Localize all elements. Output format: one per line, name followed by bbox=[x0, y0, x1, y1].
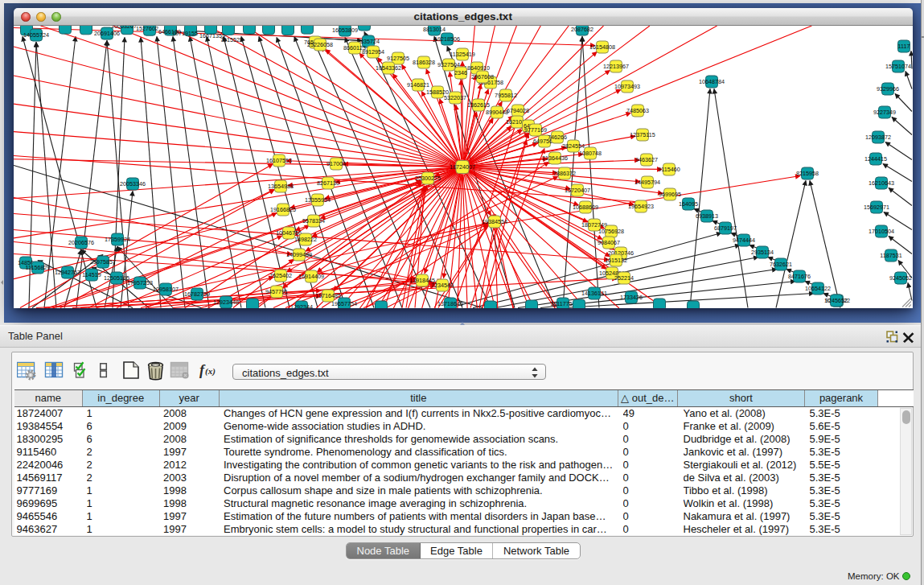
svg-text:1117: 1117 bbox=[898, 43, 910, 50]
svg-text:1080748: 1080748 bbox=[579, 150, 602, 157]
svg-text:9115460: 9115460 bbox=[658, 166, 680, 173]
svg-text:15716485: 15716485 bbox=[315, 292, 341, 299]
svg-text:1615132: 1615132 bbox=[605, 257, 627, 264]
svg-text:917004: 917004 bbox=[326, 160, 346, 167]
svg-text:14495794: 14495794 bbox=[634, 179, 660, 186]
svg-text:19166825: 19166825 bbox=[270, 206, 296, 213]
svg-text:12923448: 12923448 bbox=[213, 299, 239, 306]
svg-text:8186328: 8186328 bbox=[413, 59, 435, 66]
svg-text:8471676: 8471676 bbox=[788, 273, 811, 280]
svg-text:9127505: 9127505 bbox=[387, 55, 409, 62]
svg-text:19218506: 19218506 bbox=[434, 35, 460, 43]
svg-text:12213967: 12213967 bbox=[603, 63, 629, 70]
svg-text:10653267: 10653267 bbox=[111, 26, 137, 30]
svg-text:15692971: 15692971 bbox=[864, 204, 889, 211]
svg-text:1527602: 1527602 bbox=[136, 26, 158, 32]
svg-text:8267130: 8267130 bbox=[317, 179, 339, 187]
svg-text:7485063: 7485063 bbox=[626, 107, 649, 114]
svg-text:7886372: 7886372 bbox=[553, 170, 576, 177]
svg-text:12375115: 12375115 bbox=[630, 131, 655, 138]
svg-text:16914409: 16914409 bbox=[298, 273, 324, 280]
svg-text:2346: 2346 bbox=[454, 69, 467, 76]
svg-text:7625402: 7625402 bbox=[269, 272, 292, 279]
svg-text:8215958: 8215958 bbox=[796, 170, 819, 177]
svg-text:12942757: 12942757 bbox=[55, 269, 80, 276]
svg-text:17010504: 17010504 bbox=[869, 228, 894, 235]
svg-text:7515525: 7515525 bbox=[220, 35, 243, 43]
svg-text:25300275: 25300275 bbox=[415, 175, 441, 182]
svg-text:19657754: 19657754 bbox=[331, 300, 357, 307]
svg-text:21364436: 21364436 bbox=[542, 154, 568, 162]
svg-text:10973493: 10973493 bbox=[614, 83, 640, 90]
svg-text:164095: 164095 bbox=[679, 200, 698, 208]
svg-text:8813014: 8813014 bbox=[423, 26, 446, 33]
svg-text:114519: 114519 bbox=[82, 271, 101, 278]
svg-text:14055724: 14055724 bbox=[23, 31, 49, 39]
svg-text:16782759: 16782759 bbox=[184, 290, 210, 298]
svg-text:23975857: 23975857 bbox=[90, 258, 116, 266]
svg-text:16053809: 16053809 bbox=[332, 27, 358, 34]
svg-text:746266: 746266 bbox=[548, 134, 567, 141]
svg-text:1292344: 1292344 bbox=[290, 303, 313, 308]
svg-text:9699695: 9699695 bbox=[659, 191, 681, 198]
svg-text:17957253: 17957253 bbox=[127, 279, 153, 286]
svg-text:5322037: 5322037 bbox=[444, 94, 466, 101]
svg-text:19384554: 19384554 bbox=[482, 218, 507, 225]
svg-text:9777169: 9777169 bbox=[524, 126, 547, 134]
svg-text:9245652: 9245652 bbox=[825, 297, 848, 304]
svg-text:9457791: 9457791 bbox=[265, 288, 288, 295]
svg-text:15720407: 15720407 bbox=[565, 187, 590, 194]
svg-text:8912954: 8912954 bbox=[362, 48, 384, 56]
svg-text:2087682: 2087682 bbox=[571, 26, 593, 33]
svg-text:16154808: 16154808 bbox=[589, 43, 615, 51]
svg-text:17359924: 17359924 bbox=[105, 236, 130, 243]
svg-text:14099489: 14099489 bbox=[286, 251, 312, 258]
svg-text:12505195: 12505195 bbox=[104, 274, 129, 282]
svg-text:10958107: 10958107 bbox=[153, 286, 179, 293]
svg-text:9463627: 9463627 bbox=[635, 156, 658, 163]
svg-text:10648784: 10648784 bbox=[699, 78, 725, 85]
svg-text:9245052: 9245052 bbox=[889, 274, 912, 282]
svg-text:11156829: 11156829 bbox=[26, 264, 51, 271]
svg-text:6938913: 6938913 bbox=[696, 212, 718, 220]
svg-text:2967608: 2967608 bbox=[471, 73, 494, 80]
svg-text:19654923: 19654923 bbox=[628, 203, 654, 210]
svg-text:10543362: 10543362 bbox=[376, 64, 401, 72]
svg-text:20691406: 20691406 bbox=[94, 30, 120, 37]
svg-text:18117751: 18117751 bbox=[550, 300, 575, 307]
svg-text:10719155: 10719155 bbox=[172, 29, 198, 36]
svg-text:(x): (x) bbox=[205, 366, 216, 377]
svg-text:16210643: 16210643 bbox=[869, 179, 894, 187]
svg-text:7955812: 7955812 bbox=[495, 92, 517, 99]
svg-text:1187531: 1187531 bbox=[880, 252, 901, 259]
svg-text:13654988: 13654988 bbox=[268, 183, 294, 190]
svg-text:9146821: 9146821 bbox=[407, 81, 429, 89]
svg-text:11325419: 11325419 bbox=[450, 51, 474, 58]
svg-text:9329966: 9329966 bbox=[877, 85, 899, 93]
svg-text:18724007: 18724007 bbox=[450, 163, 475, 171]
svg-text:10654122: 10654122 bbox=[805, 285, 831, 292]
svg-text:20053346: 20053346 bbox=[120, 180, 146, 187]
svg-text:1362615: 1362615 bbox=[467, 101, 490, 109]
svg-text:1244415: 1244415 bbox=[864, 155, 887, 163]
svg-text:1498222: 1498222 bbox=[294, 236, 317, 243]
svg-text:6794028: 6794028 bbox=[507, 107, 529, 114]
svg-text:9227349: 9227349 bbox=[873, 109, 896, 116]
svg-text:9084067: 9084067 bbox=[598, 239, 620, 246]
svg-text:7632621: 7632621 bbox=[770, 261, 792, 268]
svg-text:10756928: 10756928 bbox=[598, 228, 624, 235]
svg-text:6879197: 6879197 bbox=[714, 225, 737, 232]
svg-text:20206576: 20206576 bbox=[68, 239, 94, 246]
svg-text:1733426: 1733426 bbox=[620, 294, 643, 301]
svg-text:25226058: 25226058 bbox=[307, 41, 333, 48]
svg-text:10688609: 10688609 bbox=[573, 204, 598, 211]
svg-text:13718645: 13718645 bbox=[437, 300, 463, 307]
svg-text:14136141: 14136141 bbox=[581, 290, 607, 297]
svg-text:15751074: 15751074 bbox=[885, 63, 911, 70]
svg-text:5578334: 5578334 bbox=[302, 217, 325, 225]
svg-text:7234540: 7234540 bbox=[431, 282, 454, 289]
svg-text:9474444: 9474444 bbox=[733, 237, 755, 244]
svg-text:3824554: 3824554 bbox=[562, 142, 585, 150]
svg-text:16107553: 16107553 bbox=[266, 157, 292, 164]
svg-text:8990448: 8990448 bbox=[486, 109, 508, 116]
